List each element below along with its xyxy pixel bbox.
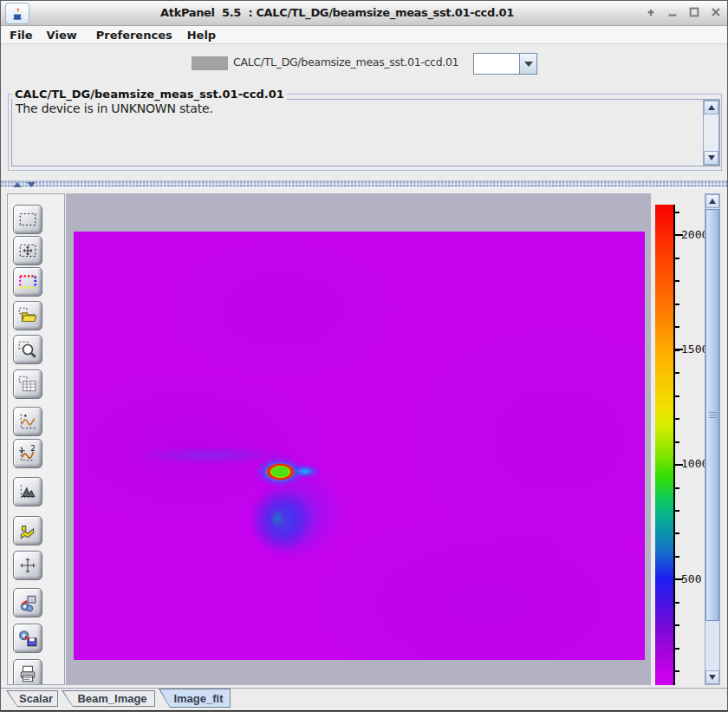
device-status-textarea[interactable]: The device is in UNKNOWN state. <box>11 99 720 167</box>
shade-icon <box>645 6 657 18</box>
device-header-panel: CALC/TL_DG/beamsize_meas_sst.01-ccd.01 C… <box>1 45 727 180</box>
device-state-swatch <box>192 56 228 70</box>
menu-view[interactable]: View <box>47 29 77 42</box>
svg-text:2: 2 <box>30 444 36 453</box>
arrow-down-icon <box>709 675 716 680</box>
device-status-panel: CALC/TL_DG/beamsize_meas_sst.01-ccd.01 T… <box>8 94 722 171</box>
window-controls <box>643 3 724 21</box>
tool-zoom-button[interactable] <box>13 335 42 364</box>
axes-settings-icon <box>17 555 38 576</box>
menu-help[interactable]: Help <box>187 29 216 42</box>
device-status-message: The device is in UNKNOWN state. <box>16 101 213 115</box>
scroll-down-button[interactable] <box>705 670 719 684</box>
profile-plot-icon <box>17 411 38 432</box>
tool-region-color-button[interactable] <box>13 267 42 297</box>
device-name-label: CALC/TL_DG/beamsize_meas_sst.01-ccd.01 <box>233 56 458 69</box>
window-menu-button[interactable] <box>5 3 29 24</box>
tool-table-button[interactable] <box>13 369 42 399</box>
minimize-icon <box>666 6 679 18</box>
bottom-tabstrip: Scalar Beam_Image Image_fit <box>1 688 727 712</box>
histogram-icon <box>17 481 38 502</box>
tab-beam-image[interactable]: Beam_Image <box>62 690 155 707</box>
arrow-up-icon <box>708 105 715 110</box>
tool-settings-load-button[interactable] <box>13 588 42 617</box>
settings-load-icon <box>17 592 38 613</box>
tabstrip-border <box>1 688 727 689</box>
maximize-icon <box>688 6 700 18</box>
scrollbar-thumb[interactable] <box>705 209 719 621</box>
axis-3d-icon <box>17 520 38 541</box>
menu-preferences[interactable]: Preferences <box>96 29 172 42</box>
region-move-icon <box>17 240 38 261</box>
command-combobox[interactable] <box>473 53 537 75</box>
titlebar[interactable]: AtkPanel 5.5 : CALC/TL_DG/beamsize_meas_… <box>1 1 727 26</box>
tool-region-select-button[interactable] <box>13 205 42 234</box>
region-color-icon <box>17 271 38 292</box>
tool-file-open-button[interactable] <box>13 301 42 330</box>
arrow-up-icon <box>709 199 716 204</box>
tool-histogram-button[interactable] <box>13 477 42 506</box>
chevron-down-icon <box>524 62 533 67</box>
combobox-dropdown-button[interactable] <box>519 54 536 74</box>
device-status-title: CALC/TL_DG/beamsize_meas_sst.01-ccd.01 <box>12 87 287 102</box>
close-icon <box>710 6 722 18</box>
tool-region-move-button[interactable] <box>13 236 42 265</box>
beam-blob-core <box>270 507 285 530</box>
table-icon <box>17 374 38 395</box>
tool-axes-settings-button[interactable] <box>13 551 42 580</box>
settings-save-icon <box>17 628 38 649</box>
scroll-up-button[interactable] <box>704 101 718 114</box>
tool-settings-save-button[interactable] <box>13 624 42 653</box>
shade-button[interactable] <box>643 3 659 21</box>
menu-file[interactable]: File <box>10 29 33 42</box>
tool-axis-3d-button[interactable] <box>13 516 42 545</box>
close-button[interactable] <box>708 3 724 21</box>
maximize-button[interactable] <box>686 3 702 21</box>
colorbar-gradient <box>655 205 673 685</box>
beam-hotspot-tail <box>290 465 320 478</box>
java-cup-icon <box>10 6 25 22</box>
image-panel: 2 <box>1 187 727 688</box>
colorbar-major-ticks <box>675 234 683 581</box>
region-select-icon <box>17 209 38 230</box>
scroll-down-button[interactable] <box>704 151 718 165</box>
image-toolbar: 2 <box>7 193 65 685</box>
fit-plot-icon: 2 <box>17 443 38 464</box>
window-title: AtkPanel 5.5 : CALC/TL_DG/beamsize_meas_… <box>29 1 646 24</box>
menubar: File View Preferences Help <box>1 26 727 44</box>
tool-fit-plot-button[interactable]: 2 <box>13 439 42 468</box>
beam-hotspot <box>266 463 295 480</box>
beam-image[interactable] <box>74 232 645 660</box>
scroll-up-button[interactable] <box>705 194 719 208</box>
minimize-button[interactable] <box>665 3 680 21</box>
tool-print-button[interactable] <box>13 659 42 685</box>
tab-scalar[interactable]: Scalar <box>6 690 58 707</box>
beam-image-viewport <box>66 193 651 685</box>
tab-image-fit[interactable]: Image_fit <box>159 689 231 708</box>
file-open-icon <box>17 305 38 326</box>
arrow-down-icon <box>708 155 715 160</box>
print-icon <box>17 663 38 684</box>
image-vertical-scrollbar[interactable] <box>705 193 720 685</box>
status-scrollbar[interactable] <box>703 100 719 166</box>
split-divider[interactable] <box>1 180 727 187</box>
zoom-icon <box>17 339 38 360</box>
tool-profile-plot-button[interactable] <box>13 407 42 436</box>
atkpanel-window: AtkPanel 5.5 : CALC/TL_DG/beamsize_meas_… <box>0 0 728 712</box>
